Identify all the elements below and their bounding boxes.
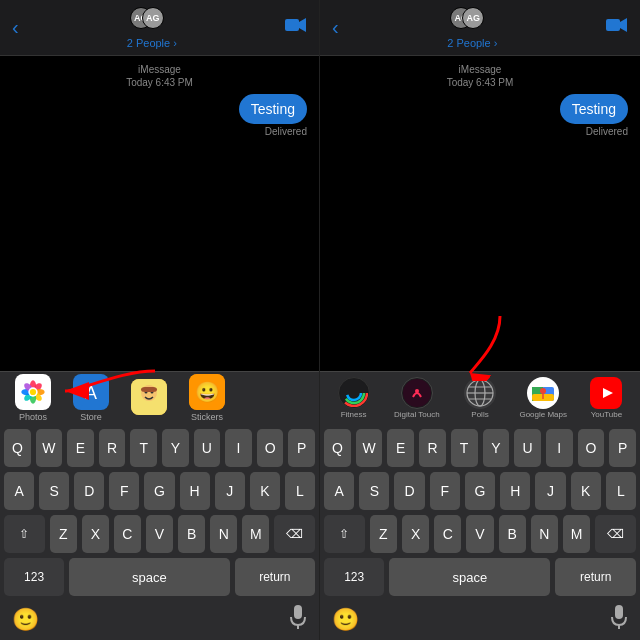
right-video-icon[interactable] (606, 17, 628, 38)
key-z[interactable]: Z (50, 515, 77, 553)
key-shift[interactable]: ⇧ (4, 515, 45, 553)
r-key-s[interactable]: S (359, 472, 389, 510)
key-space[interactable]: space (69, 558, 230, 596)
left-photos-label: Photos (19, 412, 47, 422)
key-w[interactable]: W (36, 429, 63, 467)
r-key-y[interactable]: Y (483, 429, 510, 467)
r-key-v[interactable]: V (466, 515, 493, 553)
right-digitaltouch-label: Digital Touch (394, 410, 440, 419)
key-p[interactable]: P (288, 429, 315, 467)
left-tray-photos[interactable]: Photos (8, 374, 58, 422)
key-m[interactable]: M (242, 515, 269, 553)
key-o[interactable]: O (257, 429, 284, 467)
right-tray-maps[interactable]: Google Maps (514, 377, 573, 419)
r-key-x[interactable]: X (402, 515, 429, 553)
r-key-shift[interactable]: ⇧ (324, 515, 365, 553)
left-appstore-label: Store (80, 412, 102, 422)
key-c[interactable]: C (114, 515, 141, 553)
right-phone-panel: ‹ AG AG 2 People › iMessage Today 6:43 P… (320, 0, 640, 640)
key-x[interactable]: X (82, 515, 109, 553)
svg-marker-26 (620, 18, 627, 32)
r-key-z[interactable]: Z (370, 515, 397, 553)
right-chat-area: iMessage Today 6:43 PM Testing Delivered (320, 56, 640, 371)
right-tray-polls[interactable]: Polls (450, 377, 509, 419)
key-i[interactable]: I (225, 429, 252, 467)
left-back-button[interactable]: ‹ (12, 16, 19, 39)
key-q[interactable]: Q (4, 429, 31, 467)
key-f[interactable]: F (109, 472, 139, 510)
r-key-o[interactable]: O (578, 429, 605, 467)
svg-rect-25 (606, 19, 620, 31)
right-message-bubble: Testing (560, 94, 628, 124)
right-tray-digitaltouch[interactable]: Digital Touch (387, 377, 446, 419)
r-key-delete[interactable]: ⌫ (595, 515, 636, 553)
r-key-t[interactable]: T (451, 429, 478, 467)
r-key-w[interactable]: W (356, 429, 383, 467)
right-delivered: Delivered (332, 126, 628, 137)
r-key-j[interactable]: J (535, 472, 565, 510)
key-t[interactable]: T (130, 429, 157, 467)
key-return[interactable]: return (235, 558, 315, 596)
right-keyboard-row-1: Q W E R T Y U I O P (324, 429, 636, 467)
left-tray-appstore[interactable]: A Store (66, 374, 116, 422)
r-key-g[interactable]: G (465, 472, 495, 510)
key-v[interactable]: V (146, 515, 173, 553)
r-key-u[interactable]: U (514, 429, 541, 467)
left-tray-memoji[interactable] (124, 379, 174, 417)
right-imessage-label: iMessage (332, 64, 628, 75)
right-people-count[interactable]: 2 People › (447, 37, 497, 49)
key-k[interactable]: K (250, 472, 280, 510)
svg-rect-46 (615, 605, 623, 619)
r-key-return[interactable]: return (555, 558, 636, 596)
r-key-a[interactable]: A (324, 472, 354, 510)
r-key-123[interactable]: 123 (324, 558, 384, 596)
r-key-h[interactable]: H (500, 472, 530, 510)
r-key-r[interactable]: R (419, 429, 446, 467)
left-video-icon[interactable] (285, 17, 307, 38)
svg-rect-23 (294, 605, 302, 619)
left-memoji-icon (131, 379, 167, 415)
right-keyboard-row-2: A S D F G H J K L (324, 472, 636, 510)
r-key-p[interactable]: P (609, 429, 636, 467)
key-e[interactable]: E (67, 429, 94, 467)
r-key-q[interactable]: Q (324, 429, 351, 467)
key-a[interactable]: A (4, 472, 34, 510)
key-g[interactable]: G (144, 472, 174, 510)
r-key-n[interactable]: N (531, 515, 558, 553)
left-tray-stickers[interactable]: 😀 Stickers (182, 374, 232, 422)
r-key-f[interactable]: F (430, 472, 460, 510)
right-digitaltouch-icon (401, 377, 433, 409)
key-j[interactable]: J (215, 472, 245, 510)
key-d[interactable]: D (74, 472, 104, 510)
right-tray-youtube[interactable]: YouTube (577, 377, 636, 419)
r-key-space[interactable]: space (389, 558, 550, 596)
key-h[interactable]: H (180, 472, 210, 510)
key-u[interactable]: U (194, 429, 221, 467)
left-app-tray: Photos A Store (0, 371, 319, 423)
r-key-k[interactable]: K (571, 472, 601, 510)
right-tray-fitness[interactable]: Fitness (324, 377, 383, 419)
key-123[interactable]: 123 (4, 558, 64, 596)
right-youtube-label: YouTube (591, 410, 622, 419)
key-n[interactable]: N (210, 515, 237, 553)
key-s[interactable]: S (39, 472, 69, 510)
r-key-d[interactable]: D (394, 472, 424, 510)
left-keyboard-row-3: ⇧ Z X C V B N M ⌫ (4, 515, 315, 553)
r-key-l[interactable]: L (606, 472, 636, 510)
r-key-c[interactable]: C (434, 515, 461, 553)
r-key-i[interactable]: I (546, 429, 573, 467)
key-delete[interactable]: ⌫ (274, 515, 315, 553)
left-emoji-button[interactable]: 🙂 (12, 607, 39, 633)
key-b[interactable]: B (178, 515, 205, 553)
key-r[interactable]: R (99, 429, 126, 467)
left-mic-button[interactable] (289, 605, 307, 634)
r-key-b[interactable]: B (499, 515, 526, 553)
r-key-e[interactable]: E (387, 429, 414, 467)
right-emoji-button[interactable]: 🙂 (332, 607, 359, 633)
key-l[interactable]: L (285, 472, 315, 510)
r-key-m[interactable]: M (563, 515, 590, 553)
left-people-count[interactable]: 2 People › (127, 37, 177, 49)
right-mic-button[interactable] (610, 605, 628, 634)
right-back-button[interactable]: ‹ (332, 16, 339, 39)
key-y[interactable]: Y (162, 429, 189, 467)
